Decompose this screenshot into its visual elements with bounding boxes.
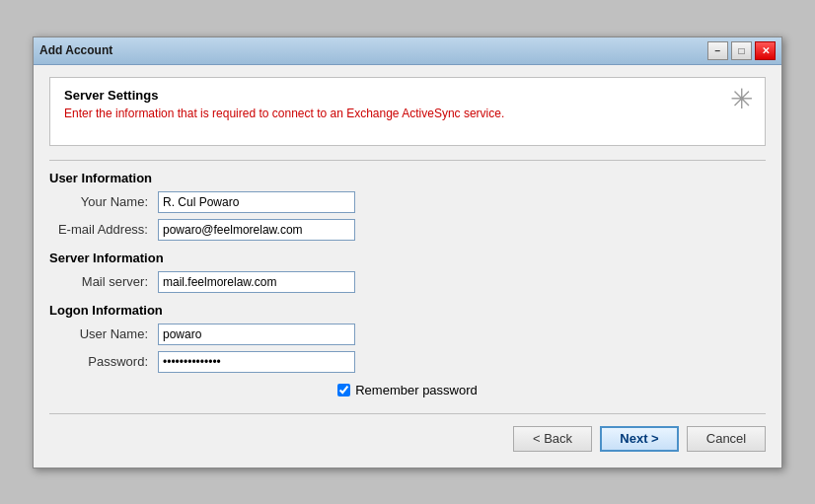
your-name-input[interactable] xyxy=(158,191,355,213)
server-settings-box: Server Settings Enter the information th… xyxy=(49,77,766,146)
user-information-heading: User Information xyxy=(49,171,766,185)
close-button[interactable]: ✕ xyxy=(755,41,776,60)
mail-server-row: Mail server: xyxy=(49,271,766,293)
asterisk-icon: ✳ xyxy=(730,86,753,113)
password-row: Password: xyxy=(49,351,766,373)
server-settings-title: Server Settings xyxy=(64,88,751,103)
mail-server-input[interactable] xyxy=(158,271,355,293)
email-input[interactable] xyxy=(158,219,355,241)
remember-password-checkbox[interactable] xyxy=(337,384,350,396)
username-label: User Name: xyxy=(49,326,158,341)
your-name-label: Your Name: xyxy=(49,194,158,209)
divider-top xyxy=(49,160,766,161)
minimize-button[interactable]: − xyxy=(707,41,728,60)
main-content: Server Settings Enter the information th… xyxy=(34,65,781,468)
next-button[interactable]: Next > xyxy=(600,426,679,452)
password-input[interactable] xyxy=(158,351,355,373)
email-label: E-mail Address: xyxy=(49,222,158,237)
remember-password-row: Remember password xyxy=(49,383,766,397)
title-bar: Add Account − □ ✕ xyxy=(34,37,781,65)
maximize-button[interactable]: □ xyxy=(731,41,752,60)
back-button[interactable]: < Back xyxy=(513,426,592,452)
email-row: E-mail Address: xyxy=(49,219,766,241)
window-title: Add Account xyxy=(39,43,112,57)
remember-password-label[interactable]: Remember password xyxy=(355,383,478,397)
add-account-window: Add Account − □ ✕ Server Settings Enter … xyxy=(33,36,782,468)
cancel-button[interactable]: Cancel xyxy=(687,426,766,452)
title-bar-controls: − □ ✕ xyxy=(707,41,776,60)
your-name-row: Your Name: xyxy=(49,191,766,213)
password-label: Password: xyxy=(49,354,158,369)
username-input[interactable] xyxy=(158,324,355,345)
button-bar: < Back Next > Cancel xyxy=(49,426,766,452)
server-settings-description: Enter the information that is required t… xyxy=(64,107,751,120)
button-bar-divider xyxy=(49,413,766,414)
username-row: User Name: xyxy=(49,324,766,345)
logon-information-heading: Logon Information xyxy=(49,303,766,318)
server-information-heading: Server Information xyxy=(49,251,766,265)
mail-server-label: Mail server: xyxy=(49,274,158,289)
